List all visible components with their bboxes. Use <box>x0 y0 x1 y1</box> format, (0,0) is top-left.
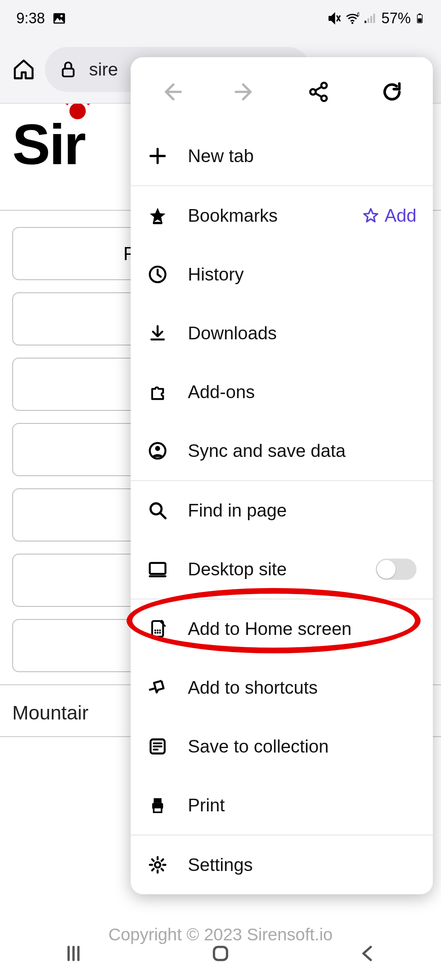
svg-point-13 <box>310 89 316 95</box>
menu-label: Add to shortcuts <box>188 677 416 698</box>
menu-label: Find in page <box>188 500 416 521</box>
reload-button[interactable] <box>380 80 404 104</box>
svg-point-15 <box>321 96 327 101</box>
collection-icon <box>147 736 168 757</box>
recents-button[interactable] <box>61 941 86 966</box>
mute-icon <box>327 11 341 25</box>
menu-label: Settings <box>188 855 416 875</box>
svg-point-28 <box>159 632 161 634</box>
menu-history[interactable]: History <box>131 245 433 304</box>
back-button[interactable] <box>159 80 184 104</box>
print-icon <box>147 795 168 816</box>
android-nav-bar <box>0 927 441 980</box>
add-home-icon <box>147 618 168 639</box>
clock-icon <box>147 264 168 285</box>
svg-rect-10 <box>419 13 421 15</box>
svg-point-26 <box>154 632 156 634</box>
svg-rect-12 <box>63 69 74 76</box>
menu-find[interactable]: Find in page <box>131 481 433 540</box>
svg-rect-5 <box>365 21 366 23</box>
battery-icon <box>415 11 425 26</box>
svg-text:6: 6 <box>357 11 359 17</box>
gear-icon <box>147 854 168 875</box>
svg-rect-6 <box>368 18 369 23</box>
search-icon <box>147 500 168 521</box>
menu-label: Downloads <box>188 323 416 343</box>
svg-rect-8 <box>373 14 375 23</box>
svg-point-14 <box>321 83 327 89</box>
menu-label: Desktop site <box>188 559 356 579</box>
browser-menu: New tab Bookmarks Add History Downloads … <box>131 57 433 894</box>
svg-rect-31 <box>154 798 161 803</box>
svg-rect-34 <box>214 947 227 960</box>
share-button[interactable] <box>306 80 331 104</box>
menu-addons[interactable]: Add-ons <box>131 363 433 421</box>
menu-settings[interactable]: Settings <box>131 835 433 894</box>
menu-add-home-screen[interactable]: Add to Home screen <box>131 599 433 658</box>
pin-icon <box>147 677 168 698</box>
lock-icon <box>59 60 78 79</box>
menu-save-collection[interactable]: Save to collection <box>131 717 433 776</box>
download-icon <box>147 323 168 344</box>
svg-rect-16 <box>153 222 163 224</box>
svg-point-23 <box>154 630 156 632</box>
menu-bookmarks[interactable]: Bookmarks Add <box>131 186 433 245</box>
account-icon <box>147 440 168 461</box>
svg-point-33 <box>155 862 160 867</box>
home-nav-button[interactable] <box>208 941 233 966</box>
menu-label: Print <box>188 795 416 815</box>
bookmark-add-button[interactable]: Add <box>363 205 416 226</box>
status-time: 9:38 <box>16 10 45 27</box>
svg-point-2 <box>60 15 63 18</box>
svg-point-19 <box>155 446 160 451</box>
menu-label: Add-ons <box>188 382 416 402</box>
status-left: 9:38 <box>16 10 66 27</box>
forward-button[interactable] <box>233 80 257 104</box>
svg-point-24 <box>157 630 159 632</box>
menu-desktop-site[interactable]: Desktop site <box>131 540 433 599</box>
picture-icon <box>52 11 66 25</box>
plus-icon <box>147 145 168 167</box>
svg-point-27 <box>157 632 159 634</box>
desktop-site-toggle[interactable] <box>376 559 416 580</box>
desktop-icon <box>147 559 168 580</box>
menu-label: Add to Home screen <box>188 619 416 639</box>
svg-point-3 <box>352 22 354 24</box>
menu-label: Sync and save data <box>188 441 416 461</box>
menu-print[interactable]: Print <box>131 776 433 835</box>
back-nav-button[interactable] <box>355 941 380 966</box>
menu-label: Bookmarks <box>188 205 343 226</box>
wifi-icon: 6 <box>345 11 359 25</box>
menu-label: History <box>188 264 416 285</box>
battery-text: 57% <box>381 10 411 27</box>
svg-rect-11 <box>418 18 422 22</box>
svg-rect-21 <box>150 563 165 574</box>
puzzle-icon <box>147 381 168 403</box>
svg-rect-32 <box>154 808 161 813</box>
menu-new-tab[interactable]: New tab <box>131 127 433 185</box>
menu-sync[interactable]: Sync and save data <box>131 421 433 480</box>
home-button[interactable] <box>11 57 36 82</box>
menu-downloads[interactable]: Downloads <box>131 304 433 363</box>
menu-add-shortcuts[interactable]: Add to shortcuts <box>131 658 433 717</box>
status-bar: 9:38 6 57% <box>0 0 441 37</box>
status-right: 6 57% <box>327 10 425 27</box>
svg-point-25 <box>159 630 161 632</box>
signal-icon <box>363 11 377 25</box>
star-icon <box>147 205 168 226</box>
menu-label: Save to collection <box>188 736 416 757</box>
url-text: sire <box>89 59 118 80</box>
menu-label: New tab <box>188 146 416 166</box>
svg-rect-7 <box>370 16 372 23</box>
menu-toolbar <box>131 57 433 127</box>
